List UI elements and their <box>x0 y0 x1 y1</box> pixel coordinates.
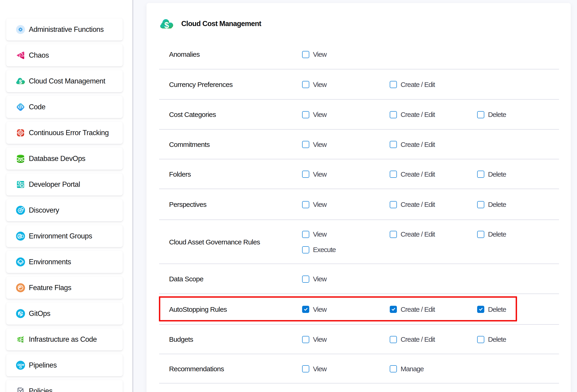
permission-line: ViewManage <box>146 365 571 372</box>
permission-view[interactable]: View <box>302 365 326 372</box>
panel-title: Cloud Cost Management <box>181 18 261 29</box>
checkbox-unchecked[interactable] <box>302 81 309 88</box>
permission-line: ViewCreate / EditDelete <box>146 201 571 208</box>
checkbox-unchecked[interactable] <box>477 111 484 118</box>
permission-row-budgets: BudgetsViewCreate / EditDelete <box>146 325 571 354</box>
sidebar-module-administrative-functions[interactable]: Administrative Functions <box>6 18 123 40</box>
permission-label: View <box>313 335 326 343</box>
checkbox-checked[interactable] <box>302 306 309 313</box>
panel-header: $ Cloud Cost Management <box>146 3 571 39</box>
permission-view[interactable]: View <box>302 111 326 118</box>
checkbox-unchecked[interactable] <box>390 365 397 372</box>
checkbox-unchecked[interactable] <box>302 141 309 148</box>
checkbox-unchecked[interactable] <box>302 231 309 238</box>
checkbox-unchecked[interactable] <box>477 171 484 178</box>
checkbox-checked[interactable] <box>477 306 484 313</box>
checkbox-unchecked[interactable] <box>302 51 309 58</box>
permission-row-commitments: CommitmentsViewCreate / Edit <box>146 130 571 159</box>
chaos-icon <box>16 51 25 60</box>
sidebar-module-code[interactable]: Code <box>6 96 123 118</box>
cloud-dollar-icon: $ <box>160 19 173 30</box>
sidebar-module-infrastructure-as-code[interactable]: Infrastructure as Code <box>6 328 123 351</box>
permission-view[interactable]: View <box>302 81 326 88</box>
module-label: Environment Groups <box>29 225 92 247</box>
sidebar-module-environments[interactable]: Environments <box>6 251 123 273</box>
sidebar-module-discovery[interactable]: Discovery <box>6 199 123 221</box>
permission-label: View <box>313 275 326 283</box>
permission-create-edit[interactable]: Create / Edit <box>390 231 435 238</box>
checkbox-unchecked[interactable] <box>302 246 309 253</box>
permission-view[interactable]: View <box>302 336 326 343</box>
module-label: Chaos <box>29 44 49 67</box>
permission-delete[interactable]: Delete <box>477 306 506 313</box>
permission-delete[interactable]: Delete <box>477 171 506 178</box>
sidebar-module-policies[interactable]: Policies <box>6 380 123 392</box>
checkbox-unchecked[interactable] <box>390 231 397 238</box>
checkbox-unchecked[interactable] <box>302 201 309 208</box>
checkbox-unchecked[interactable] <box>302 276 309 283</box>
permission-view[interactable]: View <box>302 276 326 283</box>
permission-label: Manage <box>400 365 424 373</box>
sidebar-module-developer-portal[interactable]: Developer Portal <box>6 173 123 196</box>
sidebar-module-gitops[interactable]: GitOps <box>6 303 123 325</box>
permission-execute[interactable]: Execute <box>302 246 336 253</box>
checkbox-checked[interactable] <box>390 306 397 313</box>
permission-create-edit[interactable]: Create / Edit <box>390 81 435 88</box>
permission-create-edit[interactable]: Create / Edit <box>390 111 435 118</box>
permission-view[interactable]: View <box>302 231 326 238</box>
permission-delete[interactable]: Delete <box>477 336 506 343</box>
checkbox-unchecked[interactable] <box>390 111 397 118</box>
permission-delete[interactable]: Delete <box>477 201 506 208</box>
checkbox-unchecked[interactable] <box>477 231 484 238</box>
checkbox-unchecked[interactable] <box>477 201 484 208</box>
checkbox-unchecked[interactable] <box>302 111 309 118</box>
permission-cells: ViewCreate / EditDelete <box>146 325 571 354</box>
checkbox-unchecked[interactable] <box>302 336 309 343</box>
module-label: Feature Flags <box>29 277 71 299</box>
permission-create-edit[interactable]: Create / Edit <box>390 336 435 343</box>
permission-view[interactable]: View <box>302 51 326 58</box>
environments-icon <box>16 257 25 267</box>
permission-view[interactable]: View <box>302 201 326 208</box>
sidebar-module-chaos[interactable]: Chaos <box>6 44 123 67</box>
permission-delete[interactable]: Delete <box>477 111 506 118</box>
checkbox-unchecked[interactable] <box>302 171 309 178</box>
checkbox-unchecked[interactable] <box>390 201 397 208</box>
policies-icon <box>16 387 25 392</box>
checkbox-unchecked[interactable] <box>302 365 309 372</box>
content-area: $ Cloud Cost Management AnomaliesViewCur… <box>133 0 577 392</box>
sidebar-module-database-devops[interactable]: Database DevOps <box>6 147 123 170</box>
sidebar-module-feature-flags[interactable]: Feature Flags <box>6 277 123 299</box>
sidebar-module-cloud-cost-management[interactable]: $ Cloud Cost Management <box>6 70 123 92</box>
permission-label: Execute <box>313 246 336 254</box>
module-label: Policies <box>29 380 52 392</box>
permission-line: View <box>146 276 571 283</box>
permission-manage[interactable]: Manage <box>390 365 424 372</box>
checkbox-unchecked[interactable] <box>390 141 397 148</box>
permission-view[interactable]: View <box>302 141 326 148</box>
permission-view[interactable]: View <box>302 306 326 313</box>
permission-label: Create / Edit <box>400 141 435 148</box>
permission-line: ViewCreate / EditDelete <box>146 171 571 178</box>
sidebar-module-pipelines[interactable]: Pipelines <box>6 354 123 376</box>
checkbox-unchecked[interactable] <box>477 336 484 343</box>
flag-icon <box>16 283 25 292</box>
permission-line: ViewCreate / EditDelete <box>146 111 571 118</box>
permission-delete[interactable]: Delete <box>477 231 506 238</box>
permission-create-edit[interactable]: Create / Edit <box>390 171 435 178</box>
cloud-dollar-icon: $ <box>16 76 25 86</box>
permission-cells: ViewManage <box>146 354 571 384</box>
sidebar-module-environment-groups[interactable]: Environment Groups <box>6 225 123 247</box>
checkbox-unchecked[interactable] <box>390 336 397 343</box>
permission-view[interactable]: View <box>302 171 326 178</box>
checkbox-unchecked[interactable] <box>390 81 397 88</box>
permission-create-edit[interactable]: Create / Edit <box>390 141 435 148</box>
module-label: Continuous Error Tracking <box>29 122 108 144</box>
module-label: Developer Portal <box>29 173 80 196</box>
permission-create-edit[interactable]: Create / Edit <box>390 201 435 208</box>
checkbox-unchecked[interactable] <box>390 171 397 178</box>
permission-create-edit[interactable]: Create / Edit <box>390 306 435 313</box>
permission-label: Delete <box>488 335 506 343</box>
sidebar-module-continuous-error-tracking[interactable]: Continuous Error Tracking <box>6 122 123 144</box>
permission-label: Create / Edit <box>400 230 435 238</box>
